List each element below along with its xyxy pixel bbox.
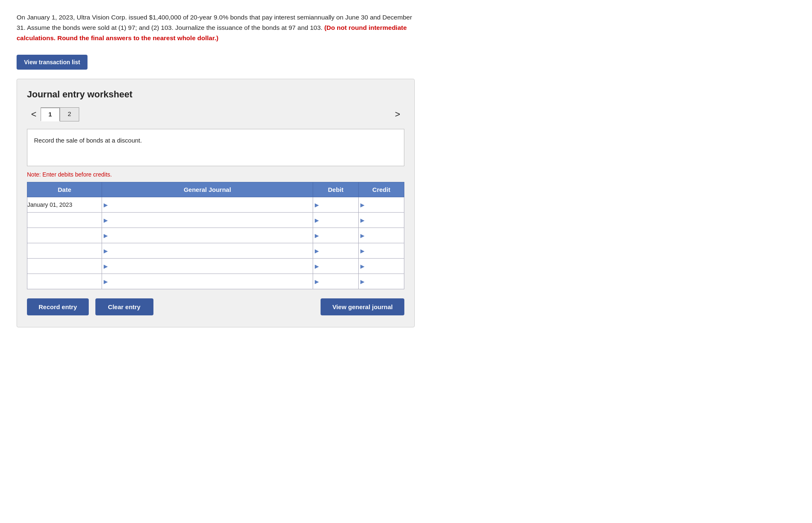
credit-input-2[interactable] [365, 228, 404, 243]
journal-input-3[interactable] [108, 243, 313, 258]
col-general-journal: General Journal [102, 182, 313, 197]
debit-input-1[interactable] [319, 213, 358, 228]
credit-input-5[interactable] [365, 274, 404, 289]
arrow-indicator-0: ▶ [102, 202, 108, 208]
journal-cell-3[interactable]: ▶ [102, 243, 313, 259]
journal-cell-4[interactable]: ▶ [102, 259, 313, 274]
clear-entry-button[interactable]: Clear entry [95, 298, 153, 315]
arrow-indicator-3: ▶ [102, 248, 108, 254]
journal-input-2[interactable] [108, 228, 313, 243]
table-row: January 01, 2023▶▶▶ [27, 197, 404, 213]
credit-arrow-3: ▶ [359, 248, 365, 254]
buttons-row: Record entry Clear entry View general jo… [27, 298, 404, 315]
debit-cell-2[interactable]: ▶ [313, 228, 359, 243]
tab-2[interactable]: 2 [60, 107, 79, 121]
credit-input-4[interactable] [365, 259, 404, 274]
debit-arrow-0: ▶ [313, 202, 319, 208]
journal-cell-1[interactable]: ▶ [102, 213, 313, 228]
worksheet-container: Journal entry worksheet < 1 2 > Record t… [17, 79, 415, 327]
view-transaction-button[interactable]: View transaction list [17, 55, 88, 70]
debit-arrow-1: ▶ [313, 217, 319, 223]
date-cell-4 [27, 259, 102, 274]
journal-input-4[interactable] [108, 259, 313, 274]
journal-input-1[interactable] [108, 213, 313, 228]
date-cell-5 [27, 274, 102, 289]
credit-arrow-1: ▶ [359, 217, 365, 223]
credit-cell-5[interactable]: ▶ [359, 274, 404, 289]
credit-arrow-4: ▶ [359, 263, 365, 269]
credit-input-1[interactable] [365, 213, 404, 228]
arrow-indicator-2: ▶ [102, 232, 108, 239]
debit-cell-4[interactable]: ▶ [313, 259, 359, 274]
debit-input-5[interactable] [319, 274, 358, 289]
col-debit: Debit [313, 182, 359, 197]
credit-input-3[interactable] [365, 243, 404, 258]
col-date: Date [27, 182, 102, 197]
note-text: Note: Enter debits before credits. [27, 171, 404, 178]
credit-arrow-0: ▶ [359, 202, 365, 208]
worksheet-title: Journal entry worksheet [27, 89, 404, 100]
tab-prev-button[interactable]: < [27, 107, 41, 121]
credit-cell-4[interactable]: ▶ [359, 259, 404, 274]
view-general-journal-button[interactable]: View general journal [321, 298, 404, 315]
credit-cell-3[interactable]: ▶ [359, 243, 404, 259]
credit-cell-2[interactable]: ▶ [359, 228, 404, 243]
debit-cell-0[interactable]: ▶ [313, 197, 359, 213]
debit-input-2[interactable] [319, 228, 358, 243]
arrow-indicator-1: ▶ [102, 217, 108, 223]
debit-arrow-3: ▶ [313, 248, 319, 254]
credit-cell-0[interactable]: ▶ [359, 197, 404, 213]
date-cell-1 [27, 213, 102, 228]
debit-input-4[interactable] [319, 259, 358, 274]
journal-cell-5[interactable]: ▶ [102, 274, 313, 289]
debit-cell-5[interactable]: ▶ [313, 274, 359, 289]
description-box: Record the sale of bonds at a discount. [27, 129, 404, 166]
journal-table: Date General Journal Debit Credit Januar… [27, 182, 404, 289]
table-row: ▶▶▶ [27, 213, 404, 228]
tab-1[interactable]: 1 [41, 107, 60, 121]
col-credit: Credit [359, 182, 404, 197]
debit-arrow-2: ▶ [313, 232, 319, 239]
table-row: ▶▶▶ [27, 228, 404, 243]
tab-next-button[interactable]: > [391, 107, 404, 121]
arrow-indicator-5: ▶ [102, 278, 108, 285]
date-cell-2 [27, 228, 102, 243]
tabs-row: < 1 2 > [27, 107, 404, 121]
debit-cell-3[interactable]: ▶ [313, 243, 359, 259]
table-row: ▶▶▶ [27, 259, 404, 274]
journal-input-0[interactable] [108, 197, 313, 212]
debit-arrow-5: ▶ [313, 278, 319, 285]
credit-arrow-2: ▶ [359, 232, 365, 239]
date-cell-0: January 01, 2023 [27, 197, 102, 213]
debit-cell-1[interactable]: ▶ [313, 213, 359, 228]
credit-input-0[interactable] [365, 197, 404, 212]
journal-cell-0[interactable]: ▶ [102, 197, 313, 213]
debit-input-0[interactable] [319, 197, 358, 212]
credit-arrow-5: ▶ [359, 278, 365, 285]
journal-cell-2[interactable]: ▶ [102, 228, 313, 243]
date-cell-3 [27, 243, 102, 259]
arrow-indicator-4: ▶ [102, 263, 108, 269]
debit-arrow-4: ▶ [313, 263, 319, 269]
description-text: Record the sale of bonds at a discount. [34, 137, 142, 144]
record-entry-button[interactable]: Record entry [27, 298, 89, 315]
table-row: ▶▶▶ [27, 243, 404, 259]
table-row: ▶▶▶ [27, 274, 404, 289]
credit-cell-1[interactable]: ▶ [359, 213, 404, 228]
problem-text: On January 1, 2023, Ultra Vision Corp. i… [17, 12, 415, 43]
debit-input-3[interactable] [319, 243, 358, 258]
journal-input-5[interactable] [108, 274, 313, 289]
